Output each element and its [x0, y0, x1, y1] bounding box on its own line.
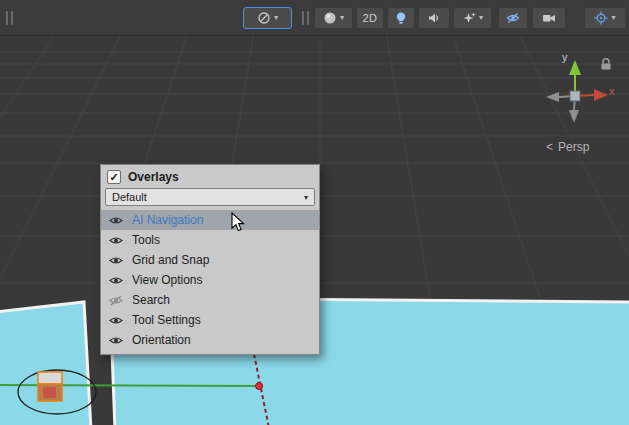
gizmo-y-axis-cone[interactable]	[569, 60, 581, 75]
overlay-preset-dropdown[interactable]: Default ▾	[105, 188, 315, 206]
chevron-down-icon: ▾	[274, 14, 278, 22]
mode-2d-toggle[interactable]: 2D	[356, 7, 384, 29]
chevron-down-icon: ▾	[479, 14, 483, 22]
gizmo-y-label: y	[562, 51, 568, 63]
overlay-drag-handle[interactable]	[6, 11, 13, 25]
draw-mode-dropdown[interactable]: ▾	[314, 7, 353, 29]
eye-icon	[109, 335, 123, 346]
lightbulb-icon	[394, 11, 408, 25]
audio-toggle[interactable]	[418, 7, 450, 29]
effects-dropdown[interactable]: ▾	[453, 7, 492, 29]
eye-off-icon	[109, 295, 123, 306]
speaker-icon	[427, 11, 441, 25]
component-tools-dropdown[interactable]: ▾	[584, 7, 626, 29]
overlay-item-grid-and-snap[interactable]: Grid and Snap	[101, 250, 319, 270]
overlay-item-view-options[interactable]: View Options	[101, 270, 319, 290]
compass-icon	[257, 11, 271, 25]
eye-icon	[109, 275, 123, 286]
persp-collapse-icon: <	[546, 140, 553, 154]
selected-prop[interactable]	[38, 372, 62, 401]
camera-settings-button[interactable]	[532, 7, 566, 29]
lighting-toggle[interactable]	[387, 7, 415, 29]
overlay-item-tool-settings[interactable]: Tool Settings	[101, 310, 319, 330]
overlays-title: Overlays	[128, 170, 179, 184]
sphere-icon	[323, 11, 337, 25]
projection-toggle[interactable]: < Persp	[546, 140, 589, 154]
crosshair-icon	[594, 11, 608, 25]
gizmo-z-axis-cone[interactable]	[569, 110, 579, 123]
eye-icon	[109, 215, 123, 226]
eye-icon	[109, 235, 123, 246]
eye-hidden-icon	[506, 11, 520, 25]
camera-icon	[542, 11, 556, 25]
unity-scene-view: y x < Persp ▾ ▾	[0, 0, 629, 425]
overlays-popup: ✓ Overlays Default ▾ AI Navigation Tools	[100, 164, 320, 355]
chevron-down-icon: ▾	[304, 193, 308, 202]
chevron-down-icon: ▾	[611, 14, 615, 22]
nav-path-point	[256, 383, 263, 390]
scene-toolbar: ▾ ▾ 2D	[0, 0, 629, 36]
overlays-list: AI Navigation Tools Grid and Snap	[101, 210, 319, 350]
gizmo-neg-x-cone[interactable]	[546, 92, 559, 102]
eye-icon	[109, 255, 123, 266]
overlay-item-tools[interactable]: Tools	[101, 230, 319, 250]
gizmo-center-cube[interactable]	[570, 91, 580, 101]
gizmo-x-axis-cone[interactable]	[594, 89, 608, 101]
overlay-item-orientation[interactable]: Orientation	[101, 330, 319, 350]
gizmo-x-label: x	[609, 85, 615, 97]
sparkle-icon	[462, 11, 476, 25]
lock-icon[interactable]	[599, 57, 613, 71]
chevron-down-icon: ▾	[340, 14, 344, 22]
eye-icon	[109, 315, 123, 326]
navmesh-surface-left	[0, 302, 91, 425]
overlays-header: ✓ Overlays	[101, 165, 319, 187]
scene-visibility-toggle[interactable]	[498, 7, 528, 29]
overlay-preset-value: Default	[112, 191, 147, 203]
overlay-item-ai-navigation[interactable]: AI Navigation	[101, 210, 319, 230]
view-tool-dropdown[interactable]: ▾	[243, 7, 292, 29]
mode-2d-label: 2D	[362, 12, 377, 24]
overlay-item-search[interactable]: Search	[101, 290, 319, 310]
overlays-enabled-checkbox[interactable]: ✓	[107, 170, 121, 184]
toolbar-drag-handle[interactable]	[302, 11, 309, 25]
persp-label: Persp	[558, 140, 589, 154]
